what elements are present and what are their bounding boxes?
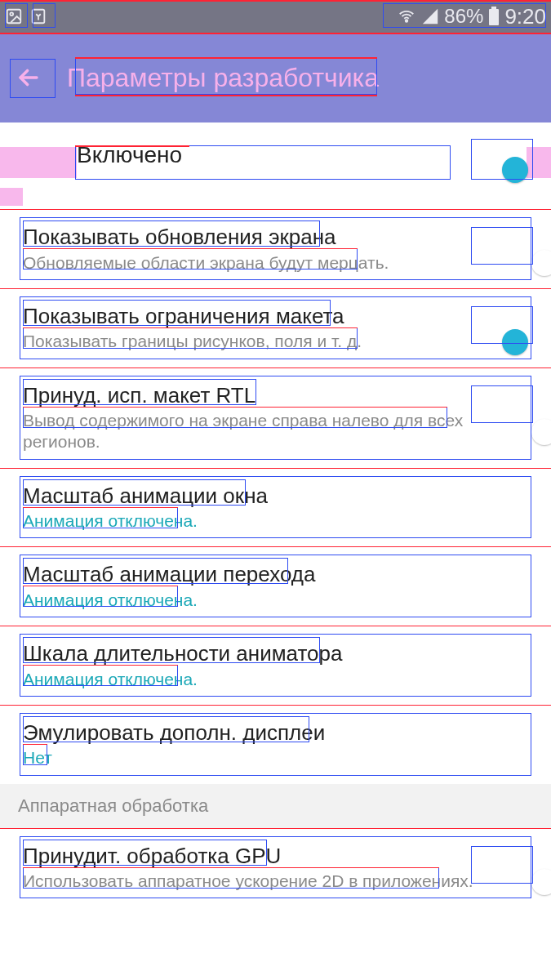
setting-subtitle: Показывать границы рисунков, поля и т. д…	[23, 331, 513, 352]
setting-subtitle: Анимация отключена.	[23, 669, 513, 690]
setting-title: Шкала длительности аниматора	[23, 640, 513, 667]
page-title: Параметры разработчика	[67, 63, 379, 93]
setting-title: Показывать обновления экрана	[23, 224, 513, 251]
setting-row-1[interactable]: Показывать ограничения макетаПоказывать …	[0, 288, 551, 368]
svg-point-1	[10, 12, 13, 16]
setting-row-4[interactable]: Масштаб анимации переходаАнимация отключ…	[0, 546, 551, 626]
battery-icon	[488, 7, 500, 26]
svg-rect-4	[489, 9, 499, 25]
setting-subtitle: Использовать аппаратное ускорение 2D в п…	[23, 871, 513, 892]
wifi-icon	[397, 7, 416, 25]
svg-rect-0	[7, 10, 21, 24]
setting-title: Принудит. обработка GPU	[23, 843, 513, 870]
master-toggle-row[interactable]: Включено	[0, 122, 551, 188]
setting-row-5[interactable]: Шкала длительности аниматораАнимация отк…	[0, 626, 551, 705]
battery-percent: 86%	[444, 5, 483, 28]
setting-subtitle: Анимация отключена.	[23, 510, 513, 532]
svg-point-3	[406, 20, 408, 22]
setting-subtitle: Вывод содержимого на экране справа налев…	[23, 410, 513, 453]
settings-list: Показывать обновления экранаОбновляемые …	[0, 209, 551, 784]
setting-title: Эмулировать дополн. дисплеи	[23, 719, 513, 746]
recycle-icon	[29, 7, 47, 25]
setting2-row-0[interactable]: Принудит. обработка GPUИспользовать аппа…	[0, 828, 551, 907]
setting-row-2[interactable]: Принуд. исп. макет RTLВывод содержимого …	[0, 368, 551, 468]
back-arrow-icon[interactable]	[15, 64, 42, 91]
image-icon	[5, 7, 23, 25]
setting-title: Масштаб анимации перехода	[23, 561, 513, 588]
setting-title: Принуд. исп. макет RTL	[23, 382, 513, 409]
master-toggle-label: Включено	[77, 142, 182, 168]
status-bar: 86% 9:20	[0, 0, 551, 33]
setting-subtitle: Обновляемые области экрана будут мерцать…	[23, 252, 513, 274]
action-bar: Параметры разработчика	[0, 33, 551, 122]
setting-row-0[interactable]: Показывать обновления экранаОбновляемые …	[0, 209, 551, 288]
svg-rect-5	[491, 7, 496, 9]
signal-icon	[421, 7, 439, 25]
settings-list-2: Принудит. обработка GPUИспользовать аппа…	[0, 828, 551, 907]
clock: 9:20	[504, 4, 546, 29]
setting-row-3[interactable]: Масштаб анимации окнаАнимация отключена.	[0, 468, 551, 547]
setting-title: Масштаб анимации окна	[23, 483, 513, 510]
setting-subtitle: Анимация отключена.	[23, 590, 513, 611]
setting-title: Показывать ограничения макета	[23, 303, 513, 330]
setting-row-6[interactable]: Эмулировать дополн. дисплеиНет	[0, 705, 551, 784]
section-header-hw: Аппаратная обработка	[0, 784, 551, 828]
setting-subtitle: Нет	[23, 747, 513, 768]
